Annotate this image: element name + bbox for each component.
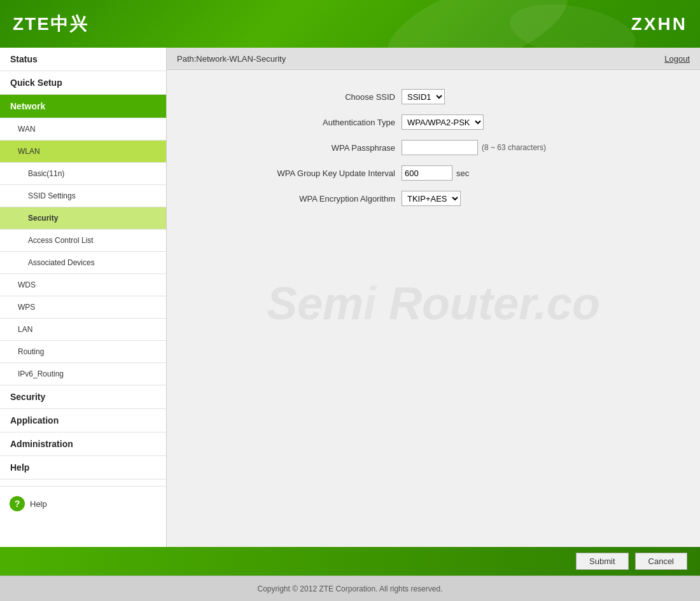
encryption-select[interactable]: TKIP+AES TKIP AES: [402, 191, 461, 206]
footer: Copyright © 2012 ZTE Corporation. All ri…: [0, 576, 700, 601]
watermark: Semi Router.co: [267, 277, 600, 329]
sidebar-item-status[interactable]: Status: [0, 48, 166, 71]
sidebar-item-security-cat[interactable]: Security: [0, 385, 166, 409]
header-title: ZXHN: [631, 14, 687, 34]
form-area: Semi Router.co Choose SSID SSID1 SSID2 S…: [167, 70, 700, 547]
form-table: Choose SSID SSID1 SSID2 SSID3 SSID4 Auth…: [242, 89, 624, 206]
help-section[interactable]: ? Help: [0, 486, 166, 521]
group-key-label: WPA Group Key Update Interval: [242, 169, 402, 178]
encryption-label: WPA Encryption Algorithm: [242, 194, 402, 204]
help-label: Help: [30, 499, 47, 509]
auth-select[interactable]: WPA/WPA2-PSK WPA-PSK WPA2-PSK None: [402, 114, 484, 130]
sidebar-item-basic[interactable]: Basic(11n): [0, 163, 166, 185]
form-row-ssid: Choose SSID SSID1 SSID2 SSID3 SSID4: [242, 89, 624, 104]
form-row-group-key: WPA Group Key Update Interval sec: [242, 165, 624, 181]
form-row-auth: Authentication Type WPA/WPA2-PSK WPA-PSK…: [242, 114, 624, 130]
sidebar-item-wan[interactable]: WAN: [0, 118, 166, 141]
main-container: Status Quick Setup Network WAN WLAN Basi…: [0, 48, 700, 547]
sidebar-item-acl[interactable]: Access Control List: [0, 230, 166, 252]
ssid-control: SSID1 SSID2 SSID3 SSID4: [402, 89, 624, 104]
sidebar-item-security[interactable]: Security: [0, 207, 166, 230]
sidebar: Status Quick Setup Network WAN WLAN Basi…: [0, 48, 167, 547]
cancel-button[interactable]: Cancel: [635, 553, 687, 570]
sidebar-item-wds[interactable]: WDS: [0, 274, 166, 296]
group-key-input[interactable]: [402, 165, 452, 181]
sidebar-item-wlan[interactable]: WLAN: [0, 141, 166, 163]
sidebar-item-ssid-settings[interactable]: SSID Settings: [0, 185, 166, 207]
ssid-select[interactable]: SSID1 SSID2 SSID3 SSID4: [402, 89, 445, 104]
page-header: ZTE中兴 ZXHN: [0, 0, 700, 48]
sidebar-item-help[interactable]: Help: [0, 456, 166, 480]
breadcrumb: Path:Network-WLAN-Security: [177, 54, 286, 64]
sidebar-item-associated[interactable]: Associated Devices: [0, 252, 166, 274]
logo-text: ZTE中兴: [13, 12, 88, 36]
encryption-control: TKIP+AES TKIP AES: [402, 191, 624, 206]
content-area: Path:Network-WLAN-Security Logout Semi R…: [167, 48, 700, 547]
sidebar-item-application[interactable]: Application: [0, 409, 166, 432]
form-row-passphrase: WPA Passphrase (8 ~ 63 characters): [242, 140, 624, 155]
sidebar-item-network[interactable]: Network: [0, 95, 166, 118]
auth-label: Authentication Type: [242, 118, 402, 127]
sidebar-item-administration[interactable]: Administration: [0, 432, 166, 456]
sidebar-item-ipv6-routing[interactable]: IPv6_Routing: [0, 363, 166, 385]
passphrase-input[interactable]: [402, 140, 478, 155]
group-key-unit: sec: [456, 169, 469, 178]
group-key-control: sec: [402, 165, 624, 181]
sidebar-item-wps[interactable]: WPS: [0, 296, 166, 319]
passphrase-label: WPA Passphrase: [242, 143, 402, 153]
copyright-text: Copyright © 2012 ZTE Corporation. All ri…: [258, 584, 443, 593]
form-row-encryption: WPA Encryption Algorithm TKIP+AES TKIP A…: [242, 191, 624, 206]
sidebar-item-quick-setup[interactable]: Quick Setup: [0, 71, 166, 95]
ssid-label: Choose SSID: [242, 92, 402, 102]
passphrase-hint: (8 ~ 63 characters): [482, 143, 546, 152]
sidebar-item-routing[interactable]: Routing: [0, 341, 166, 363]
sidebar-item-lan[interactable]: LAN: [0, 319, 166, 341]
auth-control: WPA/WPA2-PSK WPA-PSK WPA2-PSK None: [402, 114, 624, 130]
bottom-bar: Submit Cancel: [0, 547, 700, 576]
help-icon: ?: [10, 496, 25, 511]
submit-button[interactable]: Submit: [576, 553, 628, 570]
breadcrumb-bar: Path:Network-WLAN-Security Logout: [167, 48, 700, 70]
logout-link[interactable]: Logout: [664, 54, 690, 64]
passphrase-control: (8 ~ 63 characters): [402, 140, 624, 155]
logo: ZTE中兴: [13, 12, 88, 36]
